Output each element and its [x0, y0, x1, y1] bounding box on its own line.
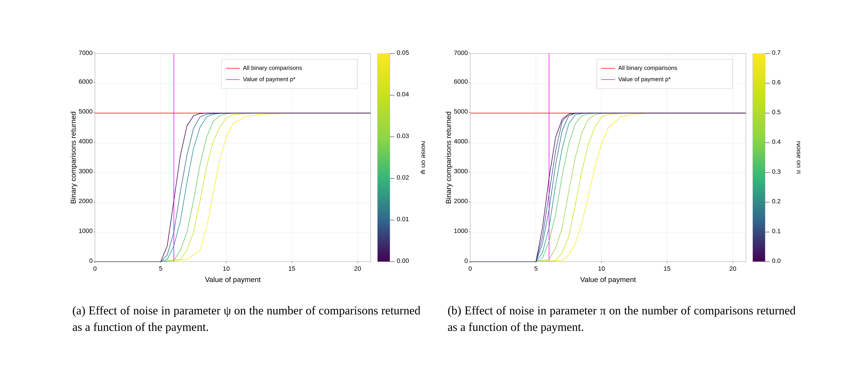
- caption-a: (a) Effect of noise in parameter ψ on th…: [68, 302, 425, 335]
- x-b-tick-0: 0: [468, 265, 472, 272]
- x-tick-5: 5: [159, 265, 162, 272]
- y-tick-0: 0: [89, 257, 93, 264]
- legend-b-line1: All binary comparisons: [618, 64, 677, 71]
- cb-b-tick-7: 0.7: [772, 49, 781, 56]
- cb-b-tick-5: 0.5: [772, 109, 781, 116]
- figures-container: 0.00 0.01 0.02 0.03 0.04 0.05 Noise on ψ…: [59, 38, 809, 345]
- chart-b-svg: 0.0 0.1 0.2 0.3 0.4 0.5 0.6 0.7 Noise on…: [443, 47, 800, 296]
- cb-a-label: Noise on ψ: [420, 141, 425, 174]
- x-b-tick-15: 15: [663, 265, 671, 272]
- x-b-tick-20: 20: [729, 265, 736, 272]
- cb-b-tick-3: 0.3: [772, 168, 781, 175]
- y-tick-5000: 5000: [79, 108, 93, 115]
- y-tick-4000: 4000: [79, 138, 93, 145]
- svg-rect-34: [221, 59, 357, 89]
- chart-a-wrapper: 0.00 0.01 0.02 0.03 0.04 0.05 Noise on ψ…: [68, 47, 425, 296]
- figure-a: 0.00 0.01 0.02 0.03 0.04 0.05 Noise on ψ…: [68, 47, 425, 335]
- cb-a-tick-5: 0.05: [397, 49, 409, 56]
- y-b-tick-6000: 6000: [454, 78, 468, 85]
- x-tick-10: 10: [223, 265, 230, 272]
- x-label-a: Value of payment: [205, 275, 261, 284]
- cb-b-tick-4: 0.4: [772, 138, 781, 145]
- cb-b-label: Noise on π: [796, 141, 800, 174]
- legend-a-line2: Value of payment p*: [243, 76, 296, 83]
- caption-b: (b) Effect of noise in parameter π on th…: [443, 302, 800, 335]
- figure-b: 0.0 0.1 0.2 0.3 0.4 0.5 0.6 0.7 Noise on…: [443, 47, 800, 335]
- y-b-tick-4000: 4000: [454, 138, 468, 145]
- svg-rect-14: [377, 54, 390, 262]
- y-tick-7000: 7000: [79, 49, 93, 56]
- legend-b-line2: Value of payment p*: [618, 76, 671, 83]
- svg-rect-74: [597, 59, 733, 89]
- y-b-tick-1000: 1000: [454, 227, 468, 234]
- svg-rect-52: [753, 54, 765, 262]
- cb-a-tick-1: 0.01: [397, 215, 409, 223]
- chart-b-wrapper: 0.0 0.1 0.2 0.3 0.4 0.5 0.6 0.7 Noise on…: [443, 47, 800, 296]
- x-tick-0: 0: [93, 265, 97, 272]
- y-b-tick-0: 0: [464, 257, 468, 264]
- x-b-tick-5: 5: [534, 265, 538, 272]
- cb-b-tick-0: 0.0: [772, 257, 781, 264]
- cb-a-tick-3: 0.03: [397, 132, 409, 139]
- x-b-tick-10: 10: [598, 265, 605, 272]
- x-tick-20: 20: [354, 265, 361, 272]
- cb-b-tick-1: 0.1: [772, 228, 781, 235]
- chart-a-svg: 0.00 0.01 0.02 0.03 0.04 0.05 Noise on ψ…: [68, 47, 425, 296]
- y-tick-3000: 3000: [79, 168, 93, 175]
- y-b-tick-5000: 5000: [454, 108, 468, 115]
- y-tick-2000: 2000: [79, 198, 93, 204]
- x-label-b: Value of payment: [580, 275, 636, 284]
- y-label-a: Binary comparisons returned: [69, 111, 77, 204]
- x-tick-15: 15: [288, 265, 295, 272]
- y-label-b: Binary comparisons returned: [444, 111, 453, 204]
- y-b-tick-2000: 2000: [454, 198, 468, 204]
- cb-b-tick-2: 0.2: [772, 198, 781, 205]
- cb-b-tick-6: 0.6: [772, 79, 781, 86]
- y-b-tick-3000: 3000: [454, 168, 468, 175]
- y-tick-6000: 6000: [79, 78, 93, 85]
- y-b-tick-7000: 7000: [454, 49, 468, 56]
- cb-a-tick-4: 0.04: [397, 91, 409, 98]
- legend-a-line1: All binary comparisons: [243, 64, 302, 71]
- cb-a-tick-0: 0.00: [397, 257, 409, 264]
- y-tick-1000: 1000: [79, 227, 93, 234]
- cb-a-tick-2: 0.02: [397, 174, 409, 181]
